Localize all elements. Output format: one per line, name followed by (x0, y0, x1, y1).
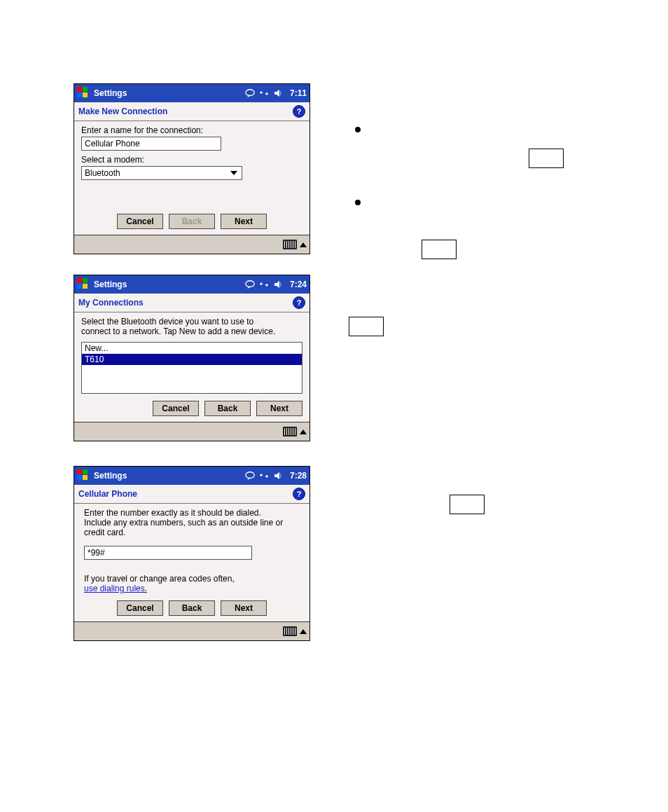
chevron-down-icon (230, 171, 237, 175)
start-icon[interactable] (77, 469, 90, 482)
next-button[interactable]: Next (221, 214, 267, 229)
travel-text: If you travel or change area codes often… (84, 574, 235, 584)
bullet-icon (355, 200, 361, 205)
list-item-selected[interactable]: T610 (82, 354, 302, 365)
subtitle-bar: Make New Connection ? (74, 102, 309, 121)
cancel-button[interactable]: Cancel (117, 600, 163, 616)
clock[interactable]: 7:28 (290, 471, 307, 481)
back-button[interactable]: Back (204, 401, 251, 416)
doc-box (422, 240, 457, 259)
chat-icon[interactable] (245, 88, 255, 98)
speaker-icon[interactable] (273, 471, 283, 481)
screenshot-my-connections: Settings 7:24 My Connections ? Select th… (74, 275, 310, 441)
status-icons: 7:24 (245, 280, 307, 289)
back-button[interactable]: Back (169, 600, 215, 616)
up-arrow-icon[interactable] (300, 242, 307, 247)
start-icon[interactable] (77, 278, 90, 291)
subtitle-text: My Connections (78, 298, 293, 308)
svg-point-2 (246, 472, 254, 479)
name-label: Enter a name for the connection: (81, 125, 302, 135)
instructions-text: Select the Bluetooth device you want to … (81, 317, 277, 336)
help-icon[interactable]: ? (293, 488, 305, 500)
status-icons: 7:11 (245, 88, 307, 98)
subtitle-bar: Cellular Phone ? (74, 485, 309, 504)
title-text: Settings (94, 280, 127, 289)
cancel-button[interactable]: Cancel (117, 214, 163, 229)
next-button[interactable]: Next (221, 600, 267, 616)
keyboard-icon[interactable] (283, 427, 297, 436)
modem-dropdown[interactable]: Bluetooth (81, 166, 242, 180)
subtitle-text: Make New Connection (78, 106, 293, 116)
up-arrow-icon[interactable] (300, 629, 307, 634)
chat-icon[interactable] (245, 280, 255, 289)
up-arrow-icon[interactable] (300, 429, 307, 434)
next-button[interactable]: Next (256, 401, 302, 416)
keyboard-icon[interactable] (283, 240, 297, 249)
dialing-rules-link[interactable]: use dialing rules. (84, 584, 147, 593)
svg-point-1 (246, 281, 254, 287)
start-icon[interactable] (77, 87, 90, 99)
cancel-button[interactable]: Cancel (153, 401, 199, 416)
device-listbox[interactable]: New... T610 (81, 342, 302, 394)
keyboard-icon[interactable] (283, 626, 297, 636)
subtitle-bar: My Connections ? (74, 294, 309, 312)
chat-icon[interactable] (245, 471, 255, 481)
title-text: Settings (94, 471, 127, 481)
doc-box (349, 317, 384, 336)
help-icon[interactable]: ? (293, 296, 305, 309)
connectivity-icon[interactable] (259, 280, 269, 289)
bottom-bar (74, 235, 309, 254)
speaker-icon[interactable] (273, 88, 283, 98)
svg-point-0 (246, 90, 254, 96)
titlebar: Settings 7:28 (74, 467, 309, 485)
clock[interactable]: 7:24 (290, 280, 307, 289)
title-text: Settings (94, 88, 127, 98)
connection-name-input[interactable]: Cellular Phone (81, 137, 221, 151)
bullet-icon (355, 127, 361, 132)
connectivity-icon[interactable] (259, 471, 269, 481)
clock[interactable]: 7:11 (290, 88, 307, 98)
connectivity-icon[interactable] (259, 88, 269, 98)
bottom-bar (74, 621, 309, 640)
help-icon[interactable]: ? (293, 105, 305, 118)
instructions-text: Enter the number exactly as it should be… (81, 508, 290, 537)
doc-box (450, 495, 485, 514)
modem-label: Select a modem: (81, 155, 302, 165)
dial-number-input[interactable]: *99# (84, 546, 252, 560)
status-icons: 7:28 (245, 471, 307, 481)
list-item-new[interactable]: New... (82, 343, 302, 354)
screenshot-cellular-phone: Settings 7:28 Cellular Phone ? Enter the… (74, 466, 310, 641)
subtitle-text: Cellular Phone (78, 489, 293, 499)
bottom-bar (74, 422, 309, 441)
titlebar: Settings 7:24 (74, 275, 309, 294)
back-button: Back (169, 214, 215, 229)
speaker-icon[interactable] (273, 280, 283, 289)
titlebar: Settings 7:11 (74, 84, 309, 102)
doc-box (529, 149, 564, 168)
screenshot-make-new-connection: Settings 7:11 Make New Connection ? Ente… (74, 83, 310, 254)
